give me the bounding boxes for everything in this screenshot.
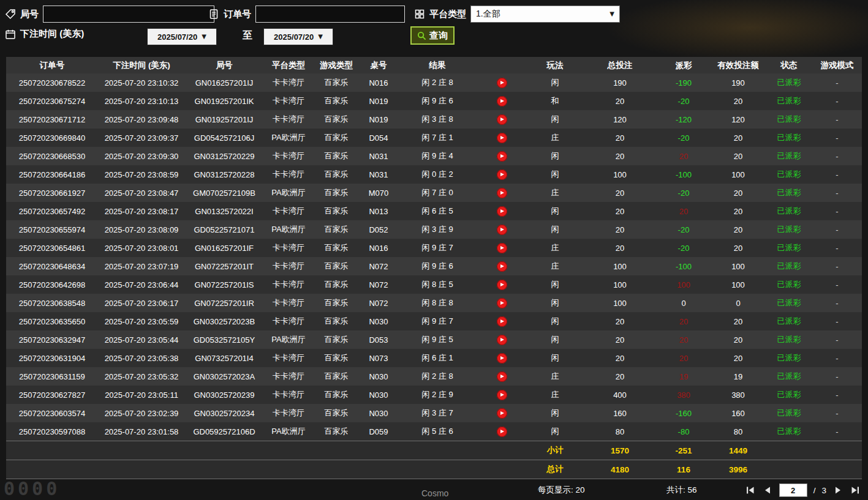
replay-video-button[interactable] — [497, 427, 507, 437]
cell-status: 已派彩 — [766, 92, 812, 110]
play-icon — [500, 209, 504, 213]
chevron-down-icon: ▼ — [609, 11, 614, 17]
table-row: 250720230678522 2025-07-20 23:10:32 GN01… — [6, 73, 862, 92]
cell-game-mode: - — [812, 349, 862, 367]
cell-play: 闲 — [527, 147, 583, 165]
cell-bet-time: 2025-07-20 23:08:01 — [98, 239, 185, 257]
play-icon — [500, 228, 504, 231]
first-page-button[interactable] — [745, 485, 756, 496]
cell-order-id: 250720230664186 — [6, 165, 98, 184]
cell-order-id: 250720230661927 — [6, 184, 98, 202]
cell-order-id: 250720230597088 — [6, 422, 98, 441]
cell-payout: -120 — [657, 110, 711, 129]
table-row: 250720230675274 2025-07-20 23:10:13 GN01… — [6, 92, 862, 110]
cell-status: 已派彩 — [766, 73, 812, 92]
play-icon — [500, 246, 504, 250]
chevron-down-icon: ▼ — [318, 34, 323, 40]
cell-play: 闲 — [527, 220, 583, 239]
cell-result: 闲 8 庄 8 — [398, 294, 477, 312]
play-icon — [500, 393, 504, 397]
replay-video-button[interactable] — [497, 371, 507, 382]
cell-status: 已派彩 — [766, 184, 812, 202]
prev-page-button[interactable] — [762, 485, 773, 496]
document-icon — [208, 9, 219, 20]
cell-game-mode: - — [812, 422, 862, 441]
cell-replay — [477, 147, 527, 165]
cell-payout: -190 — [657, 73, 711, 92]
next-page-button[interactable] — [832, 485, 843, 496]
replay-video-button[interactable] — [497, 96, 507, 106]
cell-game-mode: - — [812, 312, 862, 330]
play-icon — [500, 173, 504, 176]
cell-game-mode: - — [812, 386, 862, 404]
replay-video-button[interactable] — [497, 114, 507, 125]
cell-order-id: 250720230668530 — [6, 147, 98, 165]
table-row: 250720230654861 2025-07-20 23:08:01 GN01… — [6, 239, 862, 257]
cell-replay — [477, 330, 527, 349]
current-page-input[interactable]: 2 — [779, 483, 807, 497]
replay-video-button[interactable] — [497, 408, 507, 419]
replay-video-button[interactable] — [497, 261, 507, 272]
cell-round-id: GN03125720229 — [185, 147, 263, 165]
replay-video-button[interactable] — [497, 316, 507, 327]
date-from-picker[interactable]: 2025/07/20 ▼ — [147, 28, 217, 45]
cell-replay — [477, 110, 527, 129]
cell-status: 已派彩 — [766, 275, 812, 294]
total-count: 共计: 56 — [666, 485, 697, 496]
replay-video-button[interactable] — [497, 335, 507, 345]
chevron-down-icon: ▼ — [202, 34, 206, 40]
cell-total-bet: 100 — [583, 294, 657, 312]
replay-video-button[interactable] — [497, 151, 507, 162]
cell-table-no: N031 — [359, 165, 398, 184]
cell-valid-bet: 20 — [711, 184, 766, 202]
cell-game-mode: - — [812, 73, 862, 92]
replay-video-button[interactable] — [497, 78, 507, 88]
replay-video-button[interactable] — [497, 243, 507, 253]
replay-video-button[interactable] — [497, 390, 507, 400]
cell-game-mode: - — [812, 404, 862, 422]
replay-video-button[interactable] — [497, 298, 507, 308]
last-page-button[interactable] — [850, 485, 861, 496]
cell-game-type: 百家乐 — [314, 147, 359, 165]
cell-round-id: GD0532572105Y — [185, 330, 263, 349]
platform-select[interactable]: 1.全部 ▼ — [470, 6, 620, 23]
replay-video-button[interactable] — [497, 133, 507, 143]
cell-valid-bet: 0 — [711, 294, 766, 312]
round-input[interactable] — [43, 6, 214, 23]
order-input[interactable] — [255, 6, 405, 23]
cell-status: 已派彩 — [766, 165, 812, 184]
cell-valid-bet: 190 — [711, 73, 766, 92]
search-button[interactable]: 查询 — [410, 26, 455, 45]
replay-video-button[interactable] — [497, 280, 507, 290]
table-header: 订单号 下注时间 (美东) 局号 平台类型 游戏类型 桌号 结果 玩法 总投注 … — [6, 57, 862, 73]
table-row: 250720230597088 2025-07-20 23:01:58 GD05… — [6, 422, 862, 441]
replay-video-button[interactable] — [497, 206, 507, 217]
cell-platform: 卡卡湾厅 — [263, 294, 314, 312]
cell-round-id: GN073257201I4 — [185, 349, 263, 367]
cell-order-id: 250720230631159 — [6, 367, 98, 386]
cell-game-mode: - — [812, 92, 862, 110]
cell-platform: 卡卡湾厅 — [263, 275, 314, 294]
table-row: 250720230669840 2025-07-20 23:09:37 GD05… — [6, 129, 862, 147]
cell-table-no: D059 — [359, 422, 398, 441]
replay-video-button[interactable] — [497, 188, 507, 198]
cell-status: 已派彩 — [766, 312, 812, 330]
table-row: 250720230664186 2025-07-20 23:08:59 GN03… — [6, 165, 862, 184]
cell-round-id: GN072257201IS — [185, 275, 263, 294]
subtotal-trailing — [766, 441, 862, 460]
cell-status: 已派彩 — [766, 404, 812, 422]
cell-game-mode: - — [812, 220, 862, 239]
cell-valid-bet: 20 — [711, 202, 766, 220]
replay-video-button[interactable] — [497, 225, 507, 235]
cell-game-mode: - — [812, 257, 862, 275]
cell-round-id: GD0542572106J — [185, 129, 263, 147]
replay-video-button[interactable] — [497, 170, 507, 180]
cell-platform: 卡卡湾厅 — [263, 367, 314, 386]
replay-video-button[interactable] — [497, 353, 507, 364]
cell-round-id: GN072257201IR — [185, 294, 263, 312]
header-platform: 平台类型 — [263, 57, 314, 73]
cell-replay — [477, 404, 527, 422]
cell-game-mode: - — [812, 165, 862, 184]
cell-table-no: N030 — [359, 404, 398, 422]
date-to-picker[interactable]: 2025/07/20 ▼ — [263, 28, 333, 45]
